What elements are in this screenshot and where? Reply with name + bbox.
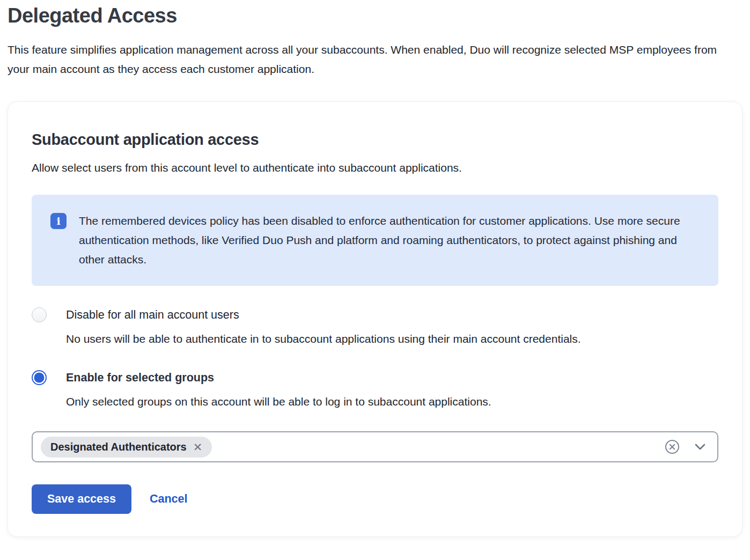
circle-x-icon[interactable] <box>665 439 680 454</box>
card-heading: Subaccount application access <box>32 131 718 149</box>
radio-label-disable-all: Disable for all main account users <box>66 308 239 322</box>
page-title: Delegated Access <box>8 4 742 27</box>
group-chip: Designated Authenticators ✕ <box>41 437 212 458</box>
save-access-button[interactable]: Save access <box>32 484 131 514</box>
radio-description-disable-all: No users will be able to authenticate in… <box>66 329 678 349</box>
form-actions: Save access Cancel <box>32 484 718 514</box>
group-chip-label: Designated Authenticators <box>50 441 187 453</box>
chip-remove-x-icon[interactable]: ✕ <box>193 441 203 453</box>
radio-disable-all[interactable]: Disable for all main account users <box>32 307 718 322</box>
radio-button-unselected[interactable] <box>32 307 47 322</box>
cancel-button[interactable]: Cancel <box>150 492 188 506</box>
info-banner: i The remembered devices policy has been… <box>32 195 718 286</box>
radio-button-selected[interactable] <box>32 370 47 385</box>
info-icon: i <box>50 213 67 229</box>
info-banner-text: The remembered devices policy has been d… <box>79 211 690 269</box>
radio-enable-groups[interactable]: Enable for selected groups <box>32 370 718 385</box>
radio-description-enable-groups: Only selected groups on this account wil… <box>66 392 678 411</box>
radio-option-disable-all: Disable for all main account users No us… <box>32 307 718 349</box>
radio-option-enable-groups: Enable for selected groups Only selected… <box>32 370 718 411</box>
select-field-icons <box>665 439 707 454</box>
page-description: This feature simplifies application mana… <box>8 40 729 79</box>
card-subheading: Allow select users from this account lev… <box>32 159 718 176</box>
delegated-access-page: Delegated Access This feature simplifies… <box>0 0 750 560</box>
radio-label-enable-groups: Enable for selected groups <box>66 371 214 385</box>
chevron-down-icon[interactable] <box>694 443 707 451</box>
groups-multiselect-field[interactable]: Designated Authenticators ✕ <box>32 431 718 462</box>
subaccount-access-card: Subaccount application access Allow sele… <box>8 101 742 537</box>
